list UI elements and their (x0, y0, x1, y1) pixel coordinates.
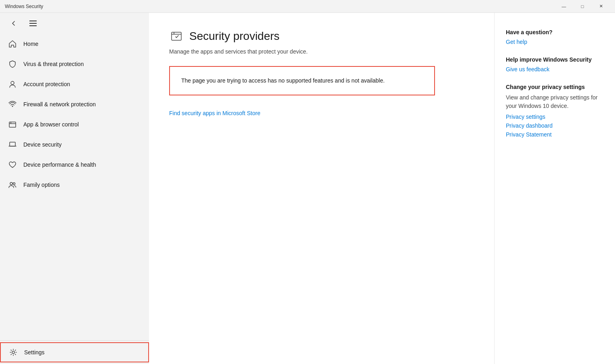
svg-point-7 (12, 351, 14, 354)
sidebar-label-app-browser: App & browser control (23, 121, 79, 128)
privacy-body: View and change privacy settings for you… (506, 93, 604, 110)
page-title: Security providers (189, 30, 280, 43)
right-section-question: Have a question? Get help (506, 29, 604, 45)
error-box: The page you are trying to access has no… (169, 66, 435, 95)
laptop-icon (8, 140, 17, 149)
sidebar-label-family: Family options (23, 182, 60, 188)
question-title: Have a question? (506, 29, 604, 35)
right-section-privacy: Change your privacy settings View and ch… (506, 84, 604, 138)
sidebar-item-family[interactable]: Family options (0, 175, 149, 195)
app-title: Windows Security (5, 4, 555, 9)
sidebar: Home Virus & threat protection (0, 13, 149, 364)
sidebar-item-home[interactable]: Home (0, 34, 149, 54)
page-header: Security providers (169, 29, 474, 43)
window-controls: — □ ✕ (555, 0, 610, 13)
sidebar-label-device-security: Device security (23, 141, 62, 148)
svg-point-5 (10, 182, 12, 185)
privacy-dashboard-link[interactable]: Privacy dashboard (506, 122, 604, 129)
find-apps-link[interactable]: Find security apps in Microsoft Store (169, 110, 474, 116)
main-content: Security providers Manage the apps and s… (149, 13, 494, 364)
privacy-title: Change your privacy settings (506, 84, 604, 90)
back-icon (10, 20, 17, 27)
titlebar: Windows Security — □ ✕ (0, 0, 615, 13)
sidebar-label-virus: Virus & threat protection (23, 61, 84, 67)
sidebar-item-device-security[interactable]: Device security (0, 134, 149, 155)
sidebar-label-firewall: Firewall & network protection (23, 101, 96, 108)
close-button[interactable]: ✕ (592, 0, 610, 13)
sidebar-label-device-health: Device performance & health (23, 161, 96, 168)
person-icon (8, 80, 17, 89)
settings-label: Settings (24, 349, 45, 356)
gear-icon (9, 348, 18, 357)
right-section-improve: Help improve Windows Security Give us fe… (506, 56, 604, 72)
home-icon (8, 39, 17, 48)
privacy-settings-link[interactable]: Privacy settings (506, 114, 604, 120)
hamburger-button[interactable] (26, 16, 40, 31)
svg-rect-8 (172, 32, 181, 40)
sidebar-bottom: Settings (0, 340, 149, 364)
browser-icon (8, 120, 17, 129)
page-subtitle: Manage the apps and services that protec… (169, 48, 474, 55)
improve-title: Help improve Windows Security (506, 56, 604, 63)
sidebar-top (0, 13, 149, 34)
privacy-statement-link[interactable]: Privacy Statement (506, 131, 604, 138)
get-help-link[interactable]: Get help (506, 39, 604, 45)
hamburger-icon (29, 21, 37, 26)
shield-icon (8, 60, 17, 68)
sidebar-item-app-browser[interactable]: App & browser control (0, 114, 149, 134)
sidebar-label-home: Home (23, 41, 38, 47)
minimize-button[interactable]: — (555, 0, 573, 13)
maximize-button[interactable]: □ (573, 0, 592, 13)
error-text: The page you are trying to access has no… (181, 77, 423, 85)
svg-rect-4 (10, 142, 15, 146)
app-body: Home Virus & threat protection (0, 13, 615, 364)
right-panel: Have a question? Get help Help improve W… (494, 13, 615, 364)
sidebar-item-virus[interactable]: Virus & threat protection (0, 54, 149, 74)
svg-point-0 (11, 81, 14, 85)
svg-rect-1 (9, 122, 16, 127)
nav-items: Home Virus & threat protection (0, 34, 149, 340)
sidebar-item-device-health[interactable]: Device performance & health (0, 155, 149, 175)
sidebar-label-account: Account protection (23, 81, 70, 87)
heart-icon (8, 160, 17, 169)
wifi-icon (8, 100, 17, 109)
sidebar-item-account[interactable]: Account protection (0, 74, 149, 94)
settings-item[interactable]: Settings (0, 342, 149, 362)
sidebar-item-firewall[interactable]: Firewall & network protection (0, 94, 149, 114)
give-feedback-link[interactable]: Give us feedback (506, 66, 604, 72)
security-providers-icon (169, 29, 184, 43)
back-button[interactable] (6, 16, 21, 31)
group-icon (8, 180, 17, 189)
svg-point-6 (13, 183, 15, 185)
